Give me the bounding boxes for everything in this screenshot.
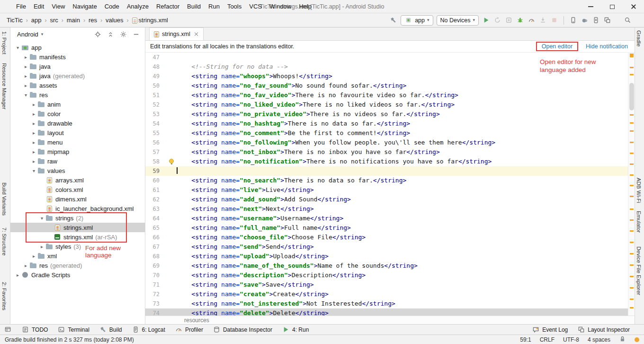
stripe-build-variants[interactable]: Build Variants xyxy=(1,182,7,216)
toolwindow-layout-inspector[interactable]: Layout Inspector xyxy=(577,326,630,334)
tree-item-strings-2-[interactable]: ▾strings(2) xyxy=(10,213,145,223)
tree-collapsed-icon[interactable]: ▸ xyxy=(22,64,29,69)
menu-help[interactable]: Help xyxy=(295,0,315,13)
profiler-icon[interactable] xyxy=(175,326,183,334)
tree-collapsed-icon[interactable]: ▸ xyxy=(14,272,21,278)
error-stripe-mark[interactable] xyxy=(630,122,634,124)
error-stripe-mark[interactable] xyxy=(630,208,634,210)
toolwindow-database-inspector[interactable]: Database Inspector xyxy=(213,326,272,334)
tree-item-java[interactable]: ▸java xyxy=(10,62,145,71)
build-hammer-icon[interactable] xyxy=(99,326,107,334)
todo-icon[interactable] xyxy=(21,326,29,334)
tree-item-colors-xml[interactable]: colors.xml xyxy=(10,185,145,194)
error-stripe-mark[interactable] xyxy=(630,174,634,176)
code-line-57[interactable]: 57 <string name="not_inbox">There is no … xyxy=(145,147,628,157)
menu-code[interactable]: Code xyxy=(101,0,123,13)
menu-vcs[interactable]: VCS xyxy=(245,0,266,13)
code-line-70[interactable]: 70 <string name="description">Descriptio… xyxy=(145,271,628,280)
error-stripe-mark[interactable] xyxy=(630,67,634,68)
code-line-50[interactable]: 50 <string name="no_fav_sound">No sound … xyxy=(145,81,628,91)
error-stripe-mark[interactable] xyxy=(630,264,634,266)
notification-dot-icon[interactable] xyxy=(635,337,639,342)
tree-expanded-icon[interactable]: ▾ xyxy=(30,168,37,173)
stripe-emulator[interactable]: Emulator xyxy=(636,211,642,233)
stop-icon[interactable] xyxy=(550,16,558,24)
toolwindow-event-log[interactable]: Event Log xyxy=(532,326,568,334)
stripe-2-favorites[interactable]: 2: Favorites xyxy=(1,282,7,310)
breadcrumb-resources[interactable]: resources xyxy=(184,317,209,324)
device-manager-icon[interactable] xyxy=(569,16,577,24)
code-line-53[interactable]: 53 <string name="no_private_video">There… xyxy=(145,109,628,119)
tree-collapsed-icon[interactable]: ▸ xyxy=(30,140,37,145)
breadcrumb-app[interactable]: app xyxy=(30,17,43,24)
code-line-67[interactable]: 67 <string name="send">Send</string> xyxy=(145,242,628,252)
hide-notification-link[interactable]: Hide notification xyxy=(586,43,628,50)
tree-item-color[interactable]: ▸color xyxy=(10,109,145,118)
menu-file[interactable]: File xyxy=(12,0,30,13)
breadcrumb-res[interactable]: res xyxy=(88,17,98,24)
error-stripe-mark[interactable] xyxy=(630,54,634,57)
window-switcher-icon[interactable] xyxy=(4,326,12,334)
database-icon[interactable] xyxy=(213,326,221,334)
tree-item-strings-xml-ar-rsa-[interactable]: strings.xml(ar-rSA) xyxy=(10,232,145,242)
breadcrumb-main[interactable]: main xyxy=(66,17,81,24)
code-line-60[interactable]: 60 <string name="no_search">There is no … xyxy=(145,176,628,185)
error-stripe-mark[interactable] xyxy=(630,163,634,165)
apply-code-changes-icon[interactable] xyxy=(505,16,513,24)
code-line-72[interactable]: 72 <string name="create">Create</string> xyxy=(145,290,628,299)
hide-panel-icon[interactable] xyxy=(132,30,140,38)
menu-tools[interactable]: Tools xyxy=(224,0,245,13)
stripe-gradle[interactable]: Gradle xyxy=(636,30,642,47)
tree-collapsed-icon[interactable]: ▸ xyxy=(30,253,37,259)
code-line-54[interactable]: 54 <string name="no_hashtag">There is no… xyxy=(145,119,628,128)
code-line-61[interactable]: 61 <string name="live">Live</string> xyxy=(145,185,628,195)
tree-item-res[interactable]: ▾res xyxy=(10,90,145,100)
tree-item-manifests[interactable]: ▸manifests xyxy=(10,52,145,62)
code-line-69[interactable]: 69 <string name="name_of_the_sounds">Nam… xyxy=(145,261,628,271)
tree-expanded-icon[interactable]: ▾ xyxy=(14,45,21,50)
build-hammer-icon[interactable] xyxy=(389,16,397,24)
tree-expanded-icon[interactable]: ▾ xyxy=(22,92,29,98)
error-stripe-mark[interactable] xyxy=(630,287,634,289)
logcat-icon[interactable] xyxy=(132,326,140,334)
menu-build[interactable]: Build xyxy=(183,0,205,13)
error-stripe-mark[interactable] xyxy=(630,230,634,232)
open-editor-link[interactable]: Open editor xyxy=(536,42,578,51)
tree-collapsed-icon[interactable]: ▸ xyxy=(38,244,45,249)
run-icon[interactable] xyxy=(282,326,290,334)
stripe-device-file-explorer[interactable]: Device File Explorer xyxy=(636,246,642,295)
error-stripe-mark[interactable] xyxy=(630,114,634,116)
tree-item-values[interactable]: ▾values xyxy=(10,166,145,175)
minimize-button[interactable] xyxy=(580,0,601,13)
toolwindow-terminal[interactable]: Terminal xyxy=(57,326,89,334)
tab-strings-xml[interactable]: strings.xml xyxy=(149,27,204,40)
error-stripe-mark[interactable] xyxy=(630,253,634,254)
code-line-65[interactable]: 65 <string name="full_name">Full name</s… xyxy=(145,223,628,233)
tree-item-raw[interactable]: ▸raw xyxy=(10,156,145,166)
stripe-resource-manager[interactable]: Resource Manager xyxy=(1,63,7,109)
menu-analyze[interactable]: Analyze xyxy=(123,0,152,13)
close-tab-icon[interactable] xyxy=(194,32,199,36)
menu-run[interactable]: Run xyxy=(205,0,224,13)
code-line-73[interactable]: 73 <string name="not_insterested">Not In… xyxy=(145,299,628,308)
breadcrumb-tictic[interactable]: TicTic xyxy=(6,17,24,24)
toolwindow-4-run[interactable]: 4: Run xyxy=(282,326,309,334)
search-everywhere-icon[interactable] xyxy=(624,16,632,24)
error-stripe-mark[interactable] xyxy=(630,276,634,277)
error-stripe-mark[interactable] xyxy=(630,153,634,154)
code-line-55[interactable]: 55 <string name="no_comment">Be the firs… xyxy=(145,128,628,138)
intention-bulb-icon[interactable] xyxy=(169,159,174,163)
code-line-63[interactable]: 63 <string name="next">Next</string> xyxy=(145,204,628,214)
scrollbar-thumb[interactable] xyxy=(629,83,634,110)
line-separator[interactable]: CRLF xyxy=(540,336,555,343)
tree-item-app[interactable]: ▾app xyxy=(10,43,145,52)
code-line-68[interactable]: 68 <string name="upload">Upload</string> xyxy=(145,252,628,261)
tree-item-gradle-scripts[interactable]: ▸Gradle Scripts xyxy=(10,270,145,280)
profiler-icon[interactable] xyxy=(528,16,536,24)
error-stripe-mark[interactable] xyxy=(630,242,634,243)
tree-item-strings-xml[interactable]: strings.xml xyxy=(10,223,145,232)
tree-item-arrays-xml[interactable]: arrays.xml xyxy=(10,175,145,185)
code-editor[interactable]: 4748 <!--String for no data -->49 <strin… xyxy=(145,53,628,316)
event-log-icon[interactable] xyxy=(532,326,540,334)
caret-position[interactable]: 59:1 xyxy=(520,336,531,343)
